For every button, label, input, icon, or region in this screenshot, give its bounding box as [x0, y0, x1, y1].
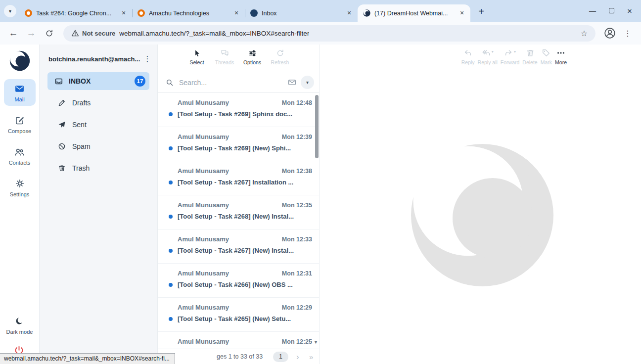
message-subject: [Tool Setup - Task #266] (New) OBS ... — [178, 281, 293, 288]
unread-count-badge: 17 — [135, 76, 145, 87]
mail-icon — [14, 83, 25, 94]
spam-icon — [57, 142, 66, 151]
tab-search-button[interactable]: ▾ — [4, 5, 16, 17]
message-row[interactable]: Amul MunusamyMon 12:38 [Tool Setup - Tas… — [158, 161, 319, 195]
sidebar-item-label: Compose — [8, 128, 31, 134]
browser-toolbar: ← → Not secure webmail.amachu.tech/?_tas… — [0, 22, 641, 45]
back-button[interactable]: ← — [6, 26, 21, 41]
account-email: botchina.renukanth@amach... — [48, 55, 140, 63]
select-button[interactable]: Select — [184, 48, 210, 65]
new-tab-button[interactable]: + — [474, 4, 488, 18]
message-subject: [Tool Setup - Task #265] (New) Setu... — [178, 315, 291, 322]
message-subject: [Tool Setup - Task #267] (New) Instal... — [178, 247, 294, 254]
message-sender: Amul Munusamy — [178, 235, 282, 243]
not-secure-warning[interactable]: Not secure — [71, 29, 115, 37]
reply-all-icon — [482, 48, 491, 57]
dark-mode-toggle[interactable]: Dark mode — [4, 312, 36, 338]
message-row[interactable]: Amul MunusamyMon 12:33 [Tool Setup - Tas… — [158, 229, 319, 264]
folder-label: Trash — [72, 164, 90, 172]
tab-favicon — [250, 9, 258, 17]
folder-trash[interactable]: Trash — [40, 157, 157, 179]
pencil-icon — [57, 99, 66, 107]
search-options-chevron-icon[interactable]: ▾ — [301, 76, 314, 89]
tab-amachu-technologies[interactable]: Amachu Technologies × — [132, 4, 245, 22]
refresh-button[interactable] — [42, 26, 56, 41]
message-time: Mon 12:38 — [282, 168, 312, 175]
message-row[interactable]: Amul MunusamyMon 12:39 [Tool Setup - Tas… — [158, 127, 319, 161]
pagination-range-text: ges 1 to 33 of 33 — [217, 353, 263, 360]
message-time: Mon 12:29 — [282, 304, 312, 311]
window-controls: — × — [589, 0, 636, 22]
last-page-icon: » — [309, 353, 313, 361]
address-bar[interactable]: Not secure webmail.amachu.tech/?_task=ma… — [63, 25, 595, 42]
forward-button: → — [24, 26, 39, 41]
tab-dreamhost-webmail[interactable]: (17) DreamHost Webmai... × — [358, 4, 470, 22]
threads-icon — [220, 48, 229, 57]
message-time: Mon 12:39 — [282, 134, 312, 140]
more-button[interactable]: More — [555, 48, 567, 65]
tab-close-icon[interactable]: × — [119, 9, 128, 18]
security-label: Not secure — [82, 30, 115, 37]
compose-icon — [14, 115, 25, 126]
message-subject: [Tool Setup - Task #268] (New) Instal... — [178, 213, 294, 220]
window-close-button[interactable]: × — [627, 7, 632, 15]
sidebar-item-mail[interactable]: Mail — [4, 79, 36, 106]
message-row[interactable]: Amul MunusamyMon 12:25 — [158, 332, 319, 349]
sidebar-item-contacts[interactable]: Contacts — [4, 142, 36, 169]
minimize-button[interactable]: — — [589, 7, 596, 14]
folder-inbox[interactable]: INBOX 17 — [47, 72, 149, 90]
folder-label: Drafts — [72, 99, 91, 107]
folder-drafts[interactable]: Drafts — [40, 92, 157, 114]
message-row[interactable]: Amul MunusamyMon 12:29 [Tool Setup - Tas… — [158, 298, 319, 332]
unread-dot — [169, 181, 173, 184]
threads-button: Threads — [212, 48, 237, 65]
sidebar-item-label: Settings — [10, 191, 30, 197]
url-text[interactable]: webmail.amachu.tech/?_task=mail&_mbox=IN… — [119, 30, 309, 37]
delete-button: Delete — [522, 48, 537, 65]
contacts-icon — [14, 146, 25, 157]
unread-dot — [169, 317, 173, 321]
message-subject: [Tool Setup - Task #269] Sphinx doc... — [178, 110, 292, 118]
message-row[interactable]: Amul MunusamyMon 12:35 [Tool Setup - Tas… — [158, 195, 319, 229]
message-time: Mon 12:25 — [282, 338, 312, 345]
gear-icon — [14, 178, 25, 189]
sidebar-item-compose[interactable]: Compose — [4, 111, 36, 137]
tab-close-icon[interactable]: × — [458, 9, 466, 18]
profile-avatar-icon[interactable] — [602, 26, 617, 41]
app-rail: Mail Compose Contacts Settings — [0, 45, 40, 364]
folder-sent[interactable]: Sent — [40, 114, 157, 136]
message-sender: Amul Munusamy — [178, 338, 282, 345]
maximize-button[interactable] — [609, 6, 614, 15]
forward-label: Forward — [501, 59, 520, 65]
sidebar-item-settings[interactable]: Settings — [4, 174, 36, 201]
message-row[interactable]: Amul MunusamyMon 12:48 [Tool Setup - Tas… — [158, 93, 319, 127]
bookmark-star-icon[interactable]: ☆ — [581, 29, 588, 38]
delete-label: Delete — [522, 59, 537, 65]
browser-menu-icon[interactable]: ⋮ — [620, 26, 635, 41]
scrollbar-thumb[interactable] — [315, 95, 319, 158]
dreamhost-watermark-icon — [408, 141, 556, 289]
tab-close-icon[interactable]: × — [232, 9, 241, 18]
tab-inbox[interactable]: Inbox × — [245, 4, 358, 22]
reply-all-label: Reply all — [478, 59, 498, 65]
forward-icon — [504, 48, 513, 57]
reply-button: Reply — [461, 48, 475, 65]
next-page-icon: › — [296, 353, 299, 361]
folder-panel: botchina.renukanth@amach... ⋮ INBOX 17 D… — [40, 45, 157, 364]
scroll-down-arrow-icon[interactable]: ▼ — [314, 340, 318, 345]
tab-close-icon[interactable]: × — [345, 9, 354, 18]
maximize-icon — [609, 8, 614, 13]
sliders-icon — [248, 48, 257, 57]
current-page-indicator[interactable]: 1 — [273, 352, 288, 362]
tab-task-264[interactable]: Task #264: Google Chron... × — [19, 4, 132, 22]
options-button[interactable]: Options — [239, 48, 265, 65]
search-input[interactable] — [178, 78, 283, 87]
search-bar: ▾ — [158, 72, 319, 93]
tab-strip: ▾ Task #264: Google Chron... × Amachu Te… — [0, 0, 641, 22]
folder-spam[interactable]: Spam — [40, 136, 157, 157]
message-row[interactable]: Amul MunusamyMon 12:31 [Tool Setup - Tas… — [158, 264, 319, 298]
search-scope-envelope-icon — [288, 78, 296, 87]
account-menu-icon[interactable]: ⋮ — [143, 54, 151, 63]
account-row: botchina.renukanth@amach... ⋮ — [40, 45, 157, 71]
tab-favicon — [137, 9, 145, 17]
